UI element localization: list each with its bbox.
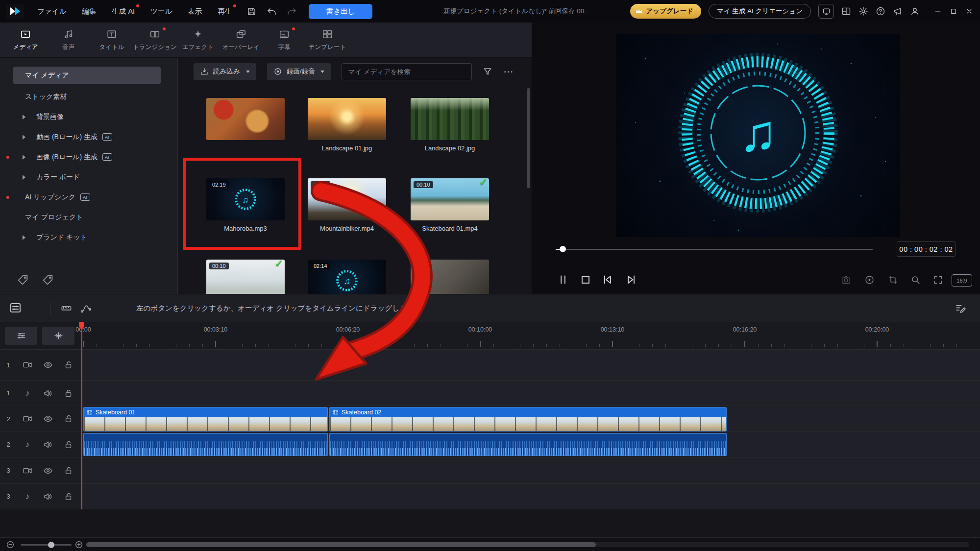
tab-subtitle[interactable]: 字幕 [263, 23, 306, 57]
screen-capture-button[interactable] [818, 4, 834, 19]
lock-icon[interactable] [64, 360, 74, 370]
lock-icon[interactable] [64, 388, 74, 398]
render-preview-button[interactable] [864, 275, 875, 286]
video-track-icon[interactable] [23, 466, 32, 476]
track-content[interactable] [81, 381, 980, 406]
audio-track-icon[interactable]: ♪ [23, 440, 32, 450]
tag-icon[interactable] [17, 274, 29, 286]
media-item-workout-video[interactable] [411, 260, 489, 294]
track-content[interactable] [81, 457, 980, 484]
record-button[interactable]: 録画/録音 [267, 63, 331, 80]
video-clip-skateboard-02[interactable]: Skateboard 02 [329, 407, 727, 431]
save-icon[interactable] [246, 6, 257, 17]
audio-track-icon[interactable]: ♪ [23, 492, 32, 502]
tab-title[interactable]: タイトル [90, 23, 133, 57]
timeline-empty-area[interactable] [0, 509, 980, 537]
track-settings-button[interactable] [5, 327, 37, 345]
expand-arrow-icon[interactable] [23, 115, 25, 120]
workspace-layout-icon[interactable] [841, 6, 851, 16]
sidebar-item-backgrounds[interactable]: 背景画像 [0, 107, 177, 127]
media-item-audio-2[interactable]: 02:14 ♫ [308, 260, 386, 294]
expand-arrow-icon[interactable] [23, 175, 25, 180]
menu-play[interactable]: 再生 [218, 7, 232, 16]
audio-track-icon[interactable]: ♪ [23, 388, 32, 398]
lock-icon[interactable] [64, 414, 74, 424]
previous-frame-button[interactable] [602, 273, 615, 287]
settings-gear-icon[interactable] [858, 6, 868, 16]
expand-arrow-icon[interactable] [23, 235, 25, 240]
maximize-button[interactable] [946, 0, 961, 23]
preview-video[interactable]: ♫ [616, 34, 900, 237]
sidebar-item-ai-lipsync[interactable]: AI リップシンクAI [0, 187, 177, 207]
media-item-food[interactable] [206, 98, 285, 144]
lock-icon[interactable] [64, 492, 74, 502]
undo-icon[interactable] [267, 6, 277, 17]
speaker-icon[interactable] [43, 492, 53, 502]
ruler-tool-button[interactable] [61, 303, 73, 314]
video-clip-skateboard-01[interactable]: Skateboard 01 [83, 407, 328, 431]
snap-button[interactable] [42, 327, 74, 345]
media-item-landscape-01[interactable]: Landscape 01.jpg [308, 98, 386, 152]
menu-view[interactable]: 表示 [188, 7, 202, 16]
eye-icon[interactable] [43, 414, 53, 424]
timeline-ruler[interactable]: 00:00 00:03:10 00:06:20 00:10:00 00:13:1… [0, 322, 980, 350]
menu-edit[interactable]: 編集 [82, 7, 96, 16]
timeline-scrollbar-thumb[interactable] [86, 542, 596, 547]
lock-icon[interactable] [64, 440, 74, 450]
track-content[interactable] [81, 484, 980, 509]
upgrade-button[interactable]: アップグレード [630, 4, 701, 19]
import-button[interactable]: 読み込み [194, 63, 256, 80]
more-options-icon[interactable]: ⋯ [503, 66, 514, 77]
expand-arrow-icon[interactable] [23, 155, 25, 160]
speaker-icon[interactable] [43, 440, 53, 450]
preview-seek-handle[interactable] [560, 246, 566, 252]
keyframe-tool-button[interactable] [80, 303, 92, 314]
speaker-icon[interactable] [43, 388, 53, 398]
media-search-input[interactable] [342, 63, 472, 80]
media-grid-scrollbar[interactable] [527, 88, 530, 188]
menu-generative-ai[interactable]: 生成 AI [112, 7, 135, 16]
track-content[interactable] [81, 350, 980, 381]
menu-file[interactable]: ファイル [37, 7, 66, 16]
sidebar-item-video-broll-generate[interactable]: 動画 (Bロール) 生成AI [0, 127, 177, 147]
media-item-beach-video[interactable]: 00:10 ✓ [206, 260, 285, 294]
sidebar-item-color-boards[interactable]: カラー ボード [0, 167, 177, 187]
close-button[interactable] [961, 0, 977, 23]
timeline-scrollbar[interactable] [86, 542, 969, 547]
zoom-in-button[interactable] [74, 540, 83, 549]
tag-icon[interactable] [42, 274, 54, 286]
timecode-display[interactable]: 00 : 00 : 02 : 02 [897, 241, 956, 257]
video-track-icon[interactable] [23, 360, 32, 370]
stop-button[interactable] [579, 273, 593, 287]
video-track-icon[interactable] [23, 414, 32, 424]
snapshot-button[interactable] [841, 275, 852, 286]
media-item-landscape-02[interactable]: Landscape 02.jpg [411, 98, 489, 152]
expand-arrow-icon[interactable] [23, 135, 25, 140]
media-item-mahoroba-mp3[interactable]: 02:19 ♫ Mahoroba.mp3 [206, 178, 285, 232]
minimize-button[interactable] [930, 0, 946, 23]
tab-transition[interactable]: トランジション [133, 23, 176, 57]
tab-audio[interactable]: 音声 [47, 23, 90, 57]
track-manager-button[interactable] [9, 301, 24, 316]
tab-media[interactable]: メディア [4, 23, 47, 57]
my-ai-creations-button[interactable]: マイ 生成 AI クリエーション [709, 4, 811, 19]
audio-clip-skateboard-02[interactable] [329, 433, 727, 456]
sidebar-item-my-media[interactable]: マイ メディア [13, 67, 161, 84]
eye-icon[interactable] [43, 466, 53, 476]
zoom-out-button[interactable] [6, 540, 15, 549]
tab-overlay[interactable]: オーバーレイ [220, 23, 263, 57]
media-item-skateboard-01[interactable]: 00:10 ✓ Skateboard 01.mp4 [411, 178, 489, 232]
export-button[interactable]: 書き出し [309, 4, 372, 19]
sidebar-item-image-broll-generate[interactable]: 画像 (Bロール) 生成AI [0, 147, 177, 167]
sidebar-item-brand-kit[interactable]: ブランド キット [0, 227, 177, 247]
filter-funnel-icon[interactable] [483, 67, 492, 76]
menu-tools[interactable]: ツール [150, 7, 172, 16]
zoom-slider[interactable] [21, 544, 72, 546]
playhead[interactable] [81, 322, 82, 509]
preview-seek-bar[interactable] [556, 249, 873, 250]
zoom-slider-handle[interactable] [48, 542, 54, 548]
announcements-icon[interactable] [893, 6, 903, 16]
eye-icon[interactable] [43, 360, 53, 370]
fullscreen-button[interactable] [933, 275, 944, 286]
lock-icon[interactable] [64, 466, 74, 476]
